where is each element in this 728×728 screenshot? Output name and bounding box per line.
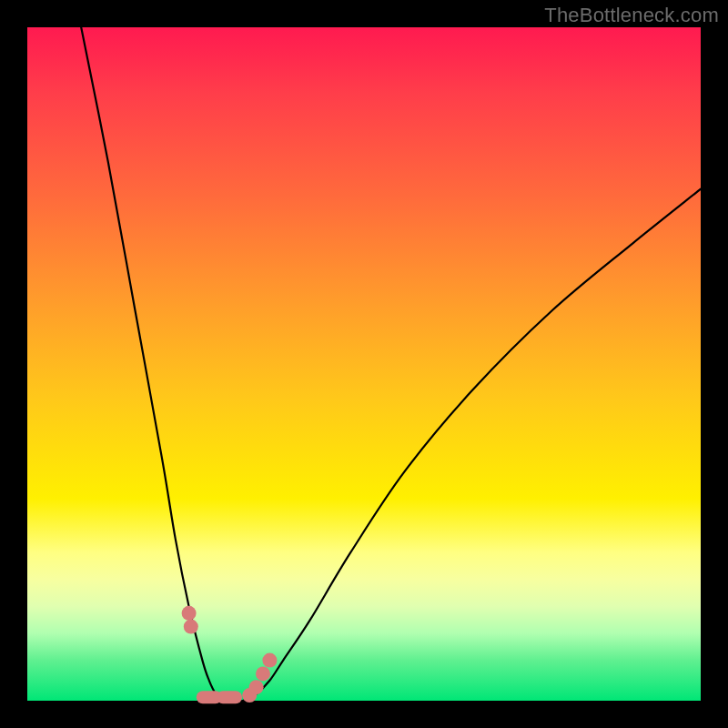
watermark-text: TheBottleneck.com — [544, 4, 719, 27]
bottleneck-curve — [81, 27, 701, 702]
chart-frame: TheBottleneck.com — [0, 0, 728, 728]
curve-marker — [262, 653, 277, 668]
curve-marker — [184, 620, 198, 634]
curve-svg — [27, 27, 701, 701]
plot-area — [27, 27, 701, 701]
markers-group — [182, 606, 278, 704]
curve-marker — [182, 606, 197, 621]
curve-marker — [249, 680, 264, 694]
curve-marker — [217, 691, 242, 703]
curve-marker — [256, 666, 270, 681]
